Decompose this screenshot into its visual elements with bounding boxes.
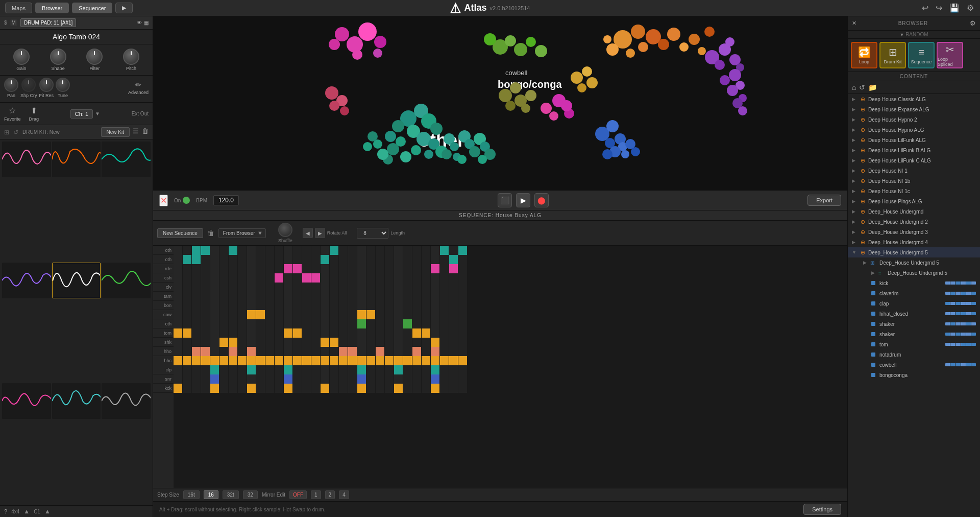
seq-cell-r9-c26[interactable] (412, 328, 422, 338)
close-button[interactable]: ✕ (159, 195, 168, 206)
seq-cell-r9-c12[interactable] (284, 328, 293, 338)
list-item-15[interactable]: ▶ ⊕ Deep_House Undergrnd 4 (848, 237, 980, 247)
seq-cell-r13-c13[interactable] (293, 365, 302, 374)
seq-cell-r1-c10[interactable] (265, 255, 275, 264)
seq-cell-r2-c17[interactable] (330, 264, 339, 273)
seq-cell-r8-c20[interactable] (357, 319, 366, 328)
seq-cell-r15-c9[interactable] (256, 384, 265, 393)
seq-cell-r0-c3[interactable] (201, 246, 210, 255)
new-sequence-button[interactable]: New Sequence (157, 228, 203, 238)
seq-cell-r5-c3[interactable] (201, 292, 210, 301)
seq-cell-r3-c23[interactable] (385, 273, 394, 283)
seq-cell-r2-c29[interactable] (440, 264, 449, 273)
seq-cell-r1-c19[interactable] (348, 255, 357, 264)
seq-cell-r4-c1[interactable] (183, 283, 192, 292)
seq-cell-r14-c9[interactable] (256, 374, 265, 384)
seq-cell-r11-c12[interactable] (284, 347, 293, 356)
cat-loop-tab[interactable]: 🔁 Loop (851, 42, 877, 68)
seq-cell-r13-c25[interactable] (403, 365, 412, 374)
seq-cell-r4-c4[interactable] (210, 283, 219, 292)
seq-cell-r13-c16[interactable] (321, 365, 330, 374)
shape-knob[interactable] (50, 49, 66, 65)
seq-cell-r7-c2[interactable] (192, 310, 201, 319)
seq-cell-r1-c24[interactable] (394, 255, 403, 264)
seq-cell-r5-c8[interactable] (247, 292, 256, 301)
seq-cell-r5-c17[interactable] (330, 292, 339, 301)
drum-item-claverim[interactable]: claverim (848, 288, 980, 298)
seq-cell-r6-c20[interactable] (357, 301, 366, 310)
sequencer-button[interactable]: Sequencer (72, 3, 112, 13)
seq-cell-r4-c26[interactable] (412, 283, 422, 292)
seq-cell-r10-c15[interactable] (311, 338, 321, 347)
advanced-button[interactable]: ✏ Advanced (128, 81, 149, 95)
seq-cell-r11-c5[interactable] (219, 347, 229, 356)
seq-cell-r5-c23[interactable] (385, 292, 394, 301)
seq-cell-r14-c2[interactable] (192, 374, 201, 384)
seq-cell-r13-c29[interactable] (440, 365, 449, 374)
seq-cell-r11-c8[interactable] (247, 347, 256, 356)
seq-cell-r14-c18[interactable] (339, 374, 348, 384)
seq-cell-r10-c29[interactable] (440, 338, 449, 347)
seq-cell-r3-c19[interactable] (348, 273, 357, 283)
seq-cell-r0-c14[interactable] (302, 246, 311, 255)
seq-cell-r14-c21[interactable] (366, 374, 376, 384)
undo-button[interactable]: ↩ (921, 2, 929, 14)
list-item-10[interactable]: ▶ ⊕ Deep House NI 1c (848, 186, 980, 196)
seq-cell-r1-c27[interactable] (422, 255, 431, 264)
seq-cell-r0-c21[interactable] (366, 246, 376, 255)
seq-cell-r7-c9[interactable] (256, 310, 265, 319)
sub-item-2[interactable]: ▶ ≡ Deep_House Undergrnd 5 (848, 268, 980, 278)
seq-cell-r12-c26[interactable] (412, 356, 422, 365)
seq-cell-r4-c7[interactable] (238, 283, 247, 292)
seq-cell-r4-c20[interactable] (357, 283, 366, 292)
seq-cell-r3-c15[interactable] (311, 273, 321, 283)
seq-cell-r10-c25[interactable] (403, 338, 412, 347)
seq-cell-r5-c31[interactable] (458, 292, 468, 301)
seq-cell-r12-c10[interactable] (265, 356, 275, 365)
seq-cell-r15-c27[interactable] (422, 384, 431, 393)
seq-cell-r0-c18[interactable] (339, 246, 348, 255)
waveform-cell-4[interactable] (2, 263, 51, 298)
seq-cell-r8-c10[interactable] (265, 319, 275, 328)
seq-cell-r1-c7[interactable] (238, 255, 247, 264)
seq-cell-r10-c19[interactable] (348, 338, 357, 347)
seq-cell-r13-c14[interactable] (302, 365, 311, 374)
list-item-14[interactable]: ▶ ⊕ Deep_House Undergrnd 3 (848, 227, 980, 237)
drum-item-hihat[interactable]: hihat_closed (848, 309, 980, 319)
seq-cell-r2-c20[interactable] (357, 264, 366, 273)
seq-cell-r11-c24[interactable] (394, 347, 403, 356)
seq-cell-r3-c28[interactable] (431, 273, 440, 283)
seq-cell-r7-c4[interactable] (210, 310, 219, 319)
seq-cell-r5-c14[interactable] (302, 292, 311, 301)
seq-cell-r7-c6[interactable] (229, 310, 238, 319)
seq-cell-r5-c30[interactable] (449, 292, 458, 301)
seq-cell-r2-c31[interactable] (458, 264, 468, 273)
seq-cell-r5-c28[interactable] (431, 292, 440, 301)
seq-cell-r15-c1[interactable] (183, 384, 192, 393)
seq-cell-r3-c10[interactable] (265, 273, 275, 283)
seq-cell-r14-c31[interactable] (458, 374, 468, 384)
seq-cell-r14-c13[interactable] (293, 374, 302, 384)
seq-cell-r3-c17[interactable] (330, 273, 339, 283)
seq-cell-r6-c16[interactable] (321, 301, 330, 310)
seq-cell-r1-c14[interactable] (302, 255, 311, 264)
seq-cell-r6-c15[interactable] (311, 301, 321, 310)
seq-cell-r8-c13[interactable] (293, 319, 302, 328)
seq-cell-r1-c23[interactable] (385, 255, 394, 264)
seq-cell-r1-c13[interactable] (293, 255, 302, 264)
seq-cell-r12-c2[interactable] (192, 356, 201, 365)
seq-cell-r2-c12[interactable] (284, 264, 293, 273)
seq-cell-r6-c29[interactable] (440, 301, 449, 310)
seq-cell-r11-c16[interactable] (321, 347, 330, 356)
seq-cell-r6-c23[interactable] (385, 301, 394, 310)
seq-cell-r9-c4[interactable] (210, 328, 219, 338)
seq-cell-r15-c31[interactable] (458, 384, 468, 393)
refresh-icon-btn[interactable]: ↺ (859, 83, 865, 91)
seq-cell-r9-c22[interactable] (376, 328, 385, 338)
seq-cell-r3-c14[interactable] (302, 273, 311, 283)
seq-cell-r4-c18[interactable] (339, 283, 348, 292)
seq-cell-r13-c10[interactable] (265, 365, 275, 374)
seq-cell-r14-c22[interactable] (376, 374, 385, 384)
seq-cell-r8-c17[interactable] (330, 319, 339, 328)
seq-cell-r0-c27[interactable] (422, 246, 431, 255)
